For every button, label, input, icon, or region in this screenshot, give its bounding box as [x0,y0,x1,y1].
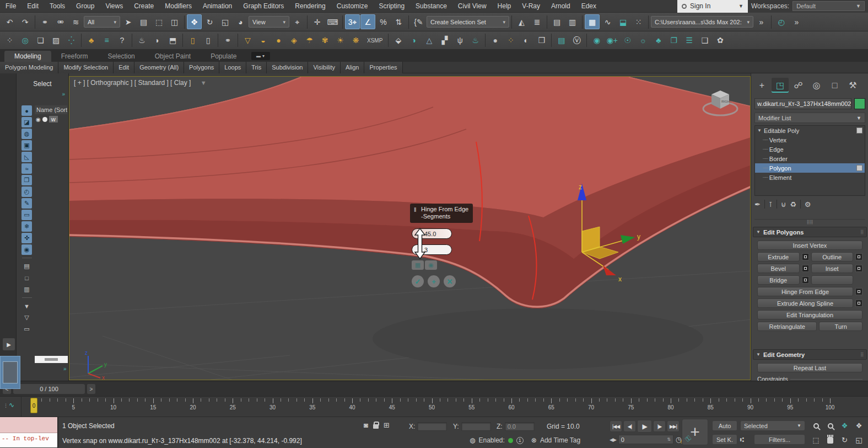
vray-ambient-light-button[interactable]: ❋ [348,33,363,48]
expand-arrow-icon[interactable]: ▼ [757,128,762,133]
name-column-header[interactable]: Name (Sorte [35,105,67,114]
set-keys-button[interactable]: + ⚿ [682,419,708,445]
listener-script-pane[interactable]: -- In top-lev [0,433,57,447]
isolate-selection-icon[interactable]: ◙ [364,421,368,429]
keyboard-override-button[interactable]: ⌨ [325,14,340,29]
orbit-icon[interactable]: ↻ [838,433,851,447]
undo-button[interactable]: ↶ [2,14,17,29]
window-crossing-button[interactable]: ◫ [167,14,182,29]
extrude-along-spline-settings-button[interactable] [855,300,862,307]
toggle-scene-explorer-button[interactable]: ▥ [565,14,580,29]
rendered-frame-button[interactable]: ⬓ [616,14,630,29]
tab-create[interactable]: + [753,78,770,93]
ribbon-tab-modeling[interactable]: Modeling [4,51,51,62]
edit-triangulation-button[interactable]: Edit Triangulation [757,310,862,319]
next-frame-button[interactable]: > [87,384,95,394]
gizmo-x-arrow[interactable] [603,265,616,275]
camera-tools-button[interactable]: ◉ [589,33,604,48]
vray-mesh-light-button[interactable]: ✾ [317,33,332,48]
ribbon-group-properties[interactable]: Properties [364,62,402,73]
menu-substance[interactable]: Substance [410,0,452,13]
create-sun-button[interactable]: ☼ [635,33,650,48]
pan-icon[interactable] [823,433,837,447]
use-pivot-center-button[interactable]: ⌖ [290,14,305,29]
hinge-angle-field[interactable]: 45.0 [412,228,452,239]
y-field[interactable] [461,422,491,431]
layer-transfer-button[interactable]: ❒ [534,33,549,48]
vray-sphere-button[interactable]: ◑ [406,33,421,48]
zoom-extents-all-icon[interactable]: ❖ [852,419,866,433]
menu-views[interactable]: Views [100,0,128,13]
filter-bones-icon[interactable]: ✜ [21,233,32,243]
stack-row-polygon[interactable]: ┈┈Polygon [755,163,865,173]
ribbon-tab-object-paint[interactable]: Object Paint [145,51,201,62]
explorer-scrollbar[interactable] [35,356,68,363]
caddy-cancel-button[interactable]: ✕ [444,275,456,287]
ribbon-group-polygon-modeling[interactable]: Polygon Modeling [0,62,58,73]
filter-helpers-icon[interactable]: ◺ [21,152,32,162]
create-light-button[interactable]: ☉ [620,33,635,48]
viewport-label[interactable]: [ + ] [ Orthographic ] [ Standard ] [ Cl… [74,79,207,87]
ribbon-group-geometry-all[interactable]: Geometry (All) [134,62,184,73]
modifier-list-dropdown[interactable]: Modifier List ▼ [754,113,865,123]
scene-lister-button[interactable]: ☰ [682,33,697,48]
workspace-layout-button[interactable]: ◴ [774,14,789,29]
menu-tools[interactable]: Tools [44,0,71,13]
auto-key-button[interactable]: Auto [712,420,737,431]
gizmo-y-arrow[interactable] [621,235,635,244]
bevel-settings-button[interactable] [802,265,809,272]
caddy-apply-button[interactable]: + [428,275,440,287]
extrude-settings-button[interactable] [802,253,809,260]
stack-row-border[interactable]: ┈┈Border [755,154,865,163]
key-filters-button[interactable]: Filters... [754,434,805,445]
ribbon-tab-selection[interactable]: Selection [98,51,144,62]
ribbon-options-dropdown[interactable]: ▬▾ [251,52,270,60]
ribbon-group-tris[interactable]: Tris [246,62,267,73]
render-production-button[interactable]: ⁙ [631,14,646,29]
notification-badge[interactable]: 1 [516,437,524,444]
vray-scatter-button[interactable]: △ [422,33,436,48]
select-and-manipulate-button[interactable]: ✛ [310,14,325,29]
tab-hierarchy[interactable]: ☍ [790,78,807,93]
stack-row-edge[interactable]: ┈┈Edge [755,145,865,154]
render-lister-button[interactable]: ▤ [554,33,569,48]
hinge-from-edge-settings-button[interactable] [855,288,862,295]
absolute-offset-icon[interactable]: ⊞ [384,421,390,429]
insert-vertex-button[interactable]: Insert Vertex [757,241,862,250]
unlink-selection-button[interactable]: ⚮ [53,14,68,29]
current-frame-field[interactable]: 0 ⇅ [618,435,673,444]
tab-utilities[interactable]: ⚒ [844,78,861,93]
ribbon-group-modify-selection[interactable]: Modify Selection [58,62,114,73]
mask-button[interactable]: ◐ [519,33,533,48]
sort-list-button-icon[interactable]: ▤ [21,261,32,271]
ribbon-group-align[interactable]: Align [341,62,364,73]
menu-v-ray[interactable]: V-Ray [516,0,546,13]
viewport[interactable]: [ + ] [ Orthographic ] [ Standard ] [ Cl… [69,76,751,380]
help-button[interactable]: ? [115,33,130,48]
edit-named-selection-sets-button[interactable]: {✎ [411,14,426,29]
material-set-button[interactable]: ⁘ [503,33,518,48]
vray-plane-light-button[interactable]: ▽ [240,33,255,48]
explorer-more-button[interactable]: » [63,366,67,372]
spinner-icon[interactable]: ⇅ [667,437,671,442]
create-tree-button[interactable]: ♣ [651,33,666,48]
hinge-from-edge-button[interactable]: Hinge From Edge [757,287,853,296]
ribbon-group-polygons[interactable]: Polygons [184,62,219,73]
display-list-button-icon[interactable]: ▥ [21,284,32,295]
mini-curve-editor-button[interactable]: ⋮∿ [3,401,14,409]
rectangular-selection-button[interactable]: ⬚ [152,14,166,29]
selection-filter-dropdown[interactable]: All▾ [84,16,120,28]
menu-group[interactable]: Group [71,0,100,13]
render-setup-button[interactable]: ∿ [600,14,615,29]
stack-row-editable-poly[interactable]: ▼ Editable Poly [755,126,865,135]
filter-systems-icon[interactable]: ❄ [21,221,32,232]
project-folder-dropdown[interactable]: C:\Users\raana...s\3ds Max 202:▾ [651,16,753,28]
bridge-button[interactable]: Bridge [757,275,800,285]
container-button-icon[interactable]: ▭ [21,324,32,334]
percent-snap-button[interactable]: % [376,14,391,29]
filter-geometry-icon[interactable]: ● [21,105,32,116]
stack-row-element[interactable]: ┈┈Element [755,173,865,182]
set-key-mode-button[interactable]: Set K. [712,434,737,445]
play-button[interactable]: ▶ [637,420,652,433]
filter-button-icon[interactable]: ▽ [21,312,32,323]
